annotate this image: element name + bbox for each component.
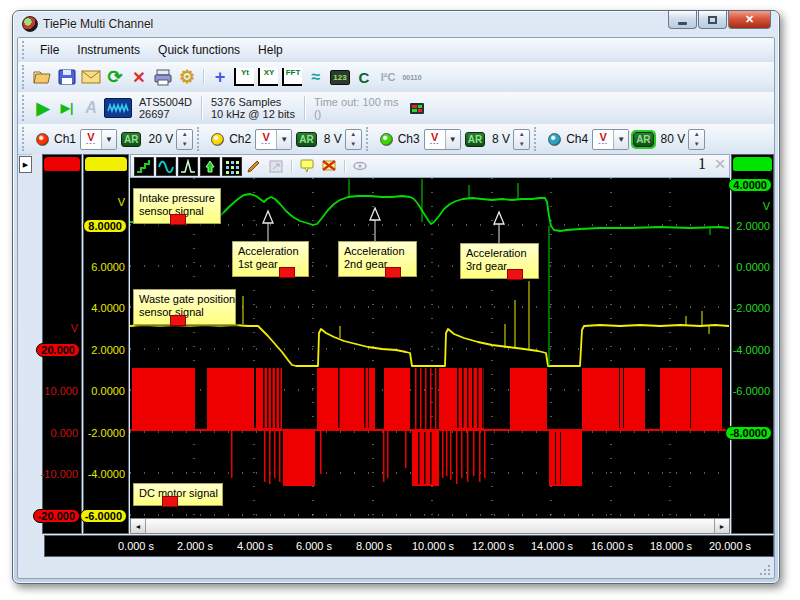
horizontal-scrollbar[interactable]: ◄ ► (130, 518, 730, 534)
resize-grip[interactable] (759, 564, 771, 576)
settings-button[interactable]: ⚙ (176, 66, 198, 88)
axis-yellow-label: -2.0000 (88, 427, 125, 439)
binary-button[interactable]: 00110 (401, 66, 423, 88)
coupling-dropdown-icon[interactable]: ▼ (101, 130, 116, 149)
menu-help[interactable]: Help (249, 40, 292, 60)
ch1-led-icon[interactable] (36, 133, 49, 146)
save-button[interactable] (56, 66, 78, 88)
axis-green[interactable]: 4.0000V2.00000.0000-2.0000-4.0000-6.0000… (731, 154, 774, 534)
ch3-coupling-button[interactable]: V---▼ (424, 129, 461, 150)
time-tick-label: 8.000 s (356, 540, 392, 552)
axis-red-header[interactable] (44, 157, 80, 171)
crescent-button[interactable]: C (353, 66, 375, 88)
axis-yellow-label: 0.0000 (91, 385, 125, 397)
scroll-thumb[interactable] (146, 519, 714, 533)
i2c-button[interactable]: I²C (377, 66, 399, 88)
ch4-led-icon[interactable] (548, 133, 561, 146)
cursors-button[interactable]: ≈ (305, 66, 327, 88)
peak-detect-button[interactable] (178, 157, 198, 176)
separator (201, 96, 202, 120)
callout-intake-pressure[interactable]: Intake pressuresensor signal (133, 188, 221, 224)
time-tick-label: 2.000 s (177, 540, 213, 552)
ch3-autorange-badge[interactable]: AR (465, 132, 485, 147)
coupling-dropdown-icon[interactable]: ▼ (613, 130, 628, 149)
axis-yellow-label: 2.0000 (91, 344, 125, 356)
start-button[interactable]: ▶ (32, 97, 54, 119)
callout-waste-gate-position[interactable]: Waste gate positionsensor signal (133, 289, 236, 325)
menu-quick-functions[interactable]: Quick functions (149, 40, 249, 60)
graph-close-icon[interactable]: ✕ (714, 156, 726, 172)
ch4-range-stepper[interactable]: ▲▼ (688, 129, 705, 150)
pen-button[interactable] (244, 157, 264, 176)
callout-anchor-tag[interactable] (162, 496, 178, 507)
delete-callouts-button[interactable] (319, 157, 339, 176)
open-button[interactable] (32, 66, 54, 88)
print-icon (153, 68, 173, 86)
save-icon (57, 68, 77, 86)
instrument-icon[interactable] (104, 98, 132, 118)
add-callout-icon (299, 159, 315, 174)
client-area: FileInstrumentsQuick functionsHelp ⟳✕⚙+Y… (17, 37, 775, 579)
close-button[interactable]: ✕ (728, 11, 771, 29)
callout-acceleration[interactable]: Acceleration2nd gear (338, 241, 417, 277)
coupling-dropdown-icon[interactable]: ▼ (445, 130, 460, 149)
scroll-left-button[interactable]: ◄ (131, 519, 146, 533)
callout-anchor-tag[interactable] (170, 315, 186, 326)
email-button[interactable] (80, 66, 102, 88)
print-button[interactable] (152, 66, 174, 88)
title-bar[interactable]: TiePie Multi Channel ✕ (13, 11, 779, 37)
ch3-led-icon[interactable] (380, 133, 393, 146)
axis-green-header[interactable] (733, 157, 772, 171)
add-callout-button[interactable] (297, 157, 317, 176)
channels-indicator-icon[interactable] (409, 102, 425, 114)
ch2-led-icon[interactable] (211, 133, 224, 146)
callout-anchor-tag[interactable] (170, 214, 186, 225)
yt-mode-button[interactable] (156, 157, 176, 176)
main-toolbar-icons: ⟳✕⚙+YtXYFFT≈123CI²C00110 (31, 66, 424, 88)
multimeter-button[interactable]: 123 (329, 66, 351, 88)
resize-button[interactable] (266, 157, 286, 176)
refresh-button[interactable]: ⟳ (104, 66, 126, 88)
ch1-coupling-button[interactable]: V---▼ (80, 129, 117, 150)
axis-yellow[interactable]: V8.00006.00004.00002.00000.0000-2.0000-4… (83, 154, 129, 534)
ch2-coupling-button[interactable]: V---▼ (255, 129, 292, 150)
xy-graph-button[interactable]: XY (257, 66, 279, 88)
ch2-range-stepper[interactable]: ▲▼ (345, 129, 362, 150)
cursors-icon: ≈ (312, 68, 321, 86)
scroll-right-button[interactable]: ► (714, 519, 729, 533)
axis-red-label: -10.000 (41, 468, 78, 480)
ch4-coupling-button[interactable]: V---▼ (592, 129, 629, 150)
hide-source-button[interactable] (350, 157, 370, 176)
arrow-up-button[interactable] (200, 157, 220, 176)
ch3-range-stepper[interactable]: ▲▼ (513, 129, 530, 150)
axis-red[interactable]: V20.00010.0000.000-10.000-20.000 (42, 154, 82, 534)
callout-anchor-tag[interactable] (385, 267, 401, 278)
callout-acceleration[interactable]: Acceleration1st gear (232, 241, 309, 277)
plot-area[interactable]: Intake pressuresensor signalAcceleration… (130, 178, 730, 518)
yt-graph-button[interactable]: Yt (233, 66, 255, 88)
add-graph-button[interactable]: + (209, 66, 231, 88)
binary-icon: 00110 (402, 74, 421, 81)
callout-dc-motor-signal[interactable]: DC motor signal (133, 483, 223, 506)
ch1-autorange-badge[interactable]: AR (121, 132, 141, 147)
callout-anchor-tag[interactable] (507, 269, 523, 280)
axis-yellow-header[interactable] (85, 157, 127, 171)
maximize-button[interactable] (698, 11, 727, 29)
coupling-dropdown-icon[interactable]: ▼ (276, 130, 291, 149)
delete-button[interactable]: ✕ (128, 66, 150, 88)
ch4-autorange-badge[interactable]: AR (633, 132, 653, 147)
fft-graph-button[interactable]: FFT (281, 66, 303, 88)
panel-collapse-button[interactable]: ▶ (19, 156, 32, 173)
ch2-autorange-badge[interactable]: AR (296, 132, 316, 147)
callout-acceleration[interactable]: Acceleration3rd gear (460, 243, 539, 279)
menu-instruments[interactable]: Instruments (68, 40, 149, 60)
stream-mode-button[interactable] (134, 157, 154, 176)
grid-options-button[interactable] (222, 157, 242, 176)
minimize-button[interactable] (668, 11, 697, 29)
graph-toolbar (130, 154, 730, 178)
ch1-range-stepper[interactable]: ▲▼ (176, 129, 193, 150)
oneshot-button[interactable]: ▶| (56, 97, 78, 119)
yt-mode-icon (158, 159, 174, 174)
menu-file[interactable]: File (31, 40, 68, 60)
callout-anchor-tag[interactable] (279, 267, 295, 278)
